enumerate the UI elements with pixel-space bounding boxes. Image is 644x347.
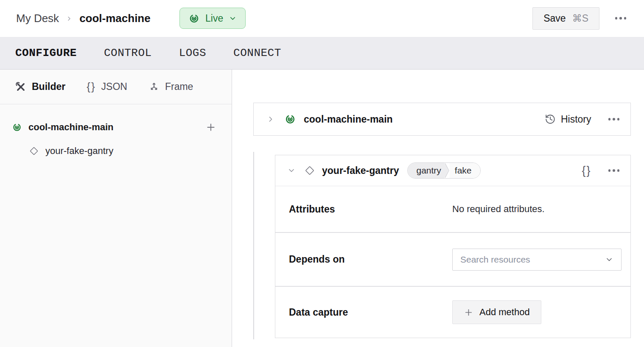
nav-tabbar: CONFIGURE CONTROL LOGS CONNECT [0,37,644,70]
tree-item-gantry[interactable]: your-fake-gantry [12,143,216,160]
plus-icon [464,308,473,317]
save-shortcut: ⌘S [572,13,588,24]
config-sidebar: Builder {} JSON Frame cool-machine-main … [0,70,232,347]
view-tab-builder-label: Builder [32,81,65,92]
component-type-tag: gantry [408,163,448,178]
save-button[interactable]: Save ⌘S [532,7,599,30]
add-method-button-label: Add method [479,307,530,318]
component-type-model-tag: gantry fake [407,162,480,179]
collapse-chevron-down-icon[interactable] [287,166,296,175]
breadcrumb-parent-link[interactable]: My Desk [16,12,59,25]
data-capture-section: Data capture Add method [275,287,630,338]
machine-part-card: cool-machine-main History [253,103,631,136]
overflow-menu-button[interactable] [615,17,627,20]
tools-icon [15,81,26,92]
history-icon [545,114,556,125]
viam-machine-icon [188,13,200,24]
tab-logs[interactable]: LOGS [179,47,206,59]
depends-on-label: Depends on [289,254,452,265]
tab-control[interactable]: CONTROL [104,47,152,59]
tree-connector-line [253,152,254,339]
depends-on-section: Depends on [275,233,630,286]
viam-machine-icon [284,113,296,125]
chevron-right-icon [66,15,73,22]
config-view-switcher: Builder {} JSON Frame [0,70,232,104]
gantry-component-card: your-fake-gantry gantry fake {} Attribut… [275,155,631,338]
history-button[interactable]: History [545,114,591,125]
tab-configure[interactable]: CONFIGURE [15,47,77,59]
tree-item-machine-part-label: cool-machine-main [28,122,113,133]
top-header: My Desk cool-machine Live Save ⌘S [0,0,644,37]
machine-name: cool-machine [79,12,151,25]
view-tab-frame[interactable]: Frame [148,81,193,92]
tab-connect[interactable]: CONNECT [233,47,281,59]
view-tab-frame-label: Frame [165,81,193,92]
gantry-diamond-icon [304,165,315,176]
json-toggle-braces-icon[interactable]: {} [582,164,591,177]
view-tab-json-label: JSON [101,81,127,92]
search-resources-input[interactable] [460,255,605,265]
braces-icon: {} [87,80,95,93]
history-button-label: History [561,114,591,125]
gantry-diamond-icon [29,146,39,156]
tree-item-gantry-label: your-fake-gantry [45,146,113,157]
chevron-down-icon [229,14,237,22]
tree-item-machine-part[interactable]: cool-machine-main [12,119,216,136]
plus-icon[interactable] [205,122,216,133]
attributes-value: No required attributes. [452,204,545,215]
view-tab-json[interactable]: {} JSON [87,80,127,93]
gantry-card-sections: Attributes No required attributes. Depen… [275,186,630,338]
viam-machine-icon [12,122,22,132]
machine-part-title: cool-machine-main [304,114,393,125]
resource-tree: cool-machine-main your-fake-gantry [0,104,232,160]
data-capture-label: Data capture [289,307,452,318]
live-status-button[interactable]: Live [179,8,246,29]
live-status-label: Live [205,13,223,24]
select-chevron-down-icon [605,255,613,264]
add-method-button[interactable]: Add method [452,300,541,324]
breadcrumb: My Desk cool-machine [16,0,151,37]
save-button-label: Save [543,13,566,24]
gantry-card-header: your-fake-gantry gantry fake {} [275,155,630,186]
component-model-tag: fake [450,163,480,178]
gantry-component-title: your-fake-gantry [322,165,399,176]
machine-part-menu-button[interactable] [608,118,620,120]
attributes-label: Attributes [289,204,452,215]
view-tab-builder[interactable]: Builder [15,81,65,92]
frame-axes-icon [148,81,160,92]
gantry-component-menu-button[interactable] [608,169,620,172]
machine-config-page: My Desk cool-machine Live Save ⌘S CONFIG… [0,0,644,347]
depends-on-select[interactable] [452,249,622,271]
expand-chevron-right-icon[interactable] [266,115,275,123]
attributes-section: Attributes No required attributes. [275,186,630,232]
